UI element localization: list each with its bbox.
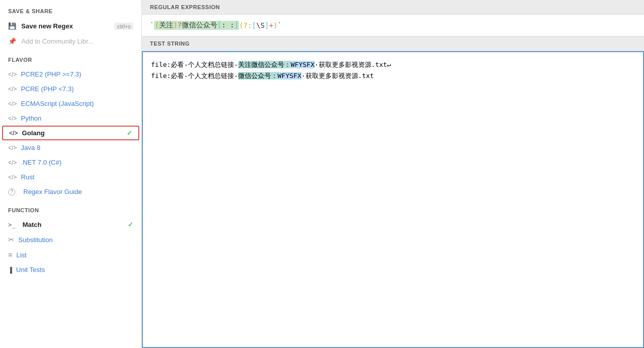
regex-colon-space: : :	[221, 21, 234, 29]
save-shortcut: ctrl+s	[115, 23, 133, 30]
regex-bracket2-close: ]	[265, 21, 269, 29]
match1-group: WFYSFX	[291, 61, 315, 68]
match-label: Match	[22, 221, 42, 228]
code-icon: </>	[8, 144, 17, 151]
sidebar: SAVE & SHARE 💾 Save new Regex ctrl+s 📌 A…	[0, 0, 142, 348]
regex-open-paren: (	[155, 21, 159, 29]
list-icon: ≡	[8, 251, 12, 259]
sidebar-item-golang[interactable]: </> Golang ✓	[2, 126, 139, 140]
save-icon: 💾	[8, 22, 16, 30]
save-new-regex-button[interactable]: 💾 Save new Regex ctrl+s	[0, 18, 141, 34]
regex-noncap-open: (?:	[239, 21, 252, 29]
regex-bracket-close: ]	[234, 21, 238, 29]
match2-full: 微信公众号：WFYSFX	[238, 72, 301, 80]
sidebar-item-substitution[interactable]: ✂ Substitution	[0, 232, 141, 247]
regex-plus: +	[269, 21, 273, 29]
sidebar-item-guide[interactable]: ? Regex Flavor Guide	[0, 184, 141, 199]
sidebar-item-list[interactable]: ≡ List	[0, 247, 141, 262]
sidebar-item-rust[interactable]: </> Rust	[0, 170, 141, 184]
substitution-icon: ✂	[8, 236, 14, 244]
regex-highlighted-part: (关注)?微信公众号[: :]	[154, 21, 239, 30]
golang-label: Golang	[22, 129, 45, 137]
main-content: REGULAR EXPRESSION ` (关注)?微信公众号[: :] (?:…	[142, 0, 644, 348]
regex-expression-box[interactable]: ` (关注)?微信公众号[: :] (?:[\S]+) `	[142, 15, 644, 36]
test-line-2: file:必看-个人文档总链接-微信公众号：WFYSFX·获取更多影视资源.tx…	[151, 70, 635, 82]
test-line-1: file:必看-个人文档总链接-关注微信公众号：WFYSFX·获取更多影视资源.…	[151, 59, 635, 70]
code-icon: </>	[8, 86, 17, 93]
regex-bracket-open: [	[217, 21, 221, 29]
sidebar-item-java8[interactable]: </> Java 8	[0, 140, 141, 155]
add-community-label: Add to Community Libr...	[21, 37, 93, 45]
sidebar-item-match[interactable]: >_ Match ✓	[0, 217, 141, 232]
regex-guanzhu: 关注	[159, 21, 173, 29]
test-string-section-header: TEST STRING	[142, 36, 644, 51]
dotnet-label: .NET 7.0 (C#)	[21, 159, 61, 166]
rust-label: Rust	[21, 173, 34, 181]
regex-backslash-s: \S	[256, 21, 265, 29]
sidebar-item-dotnet[interactable]: </> .NET 7.0 (C#)	[0, 155, 141, 170]
community-icon: 📌	[8, 37, 16, 45]
substitution-label: Substitution	[18, 236, 53, 244]
match-icon: >_	[8, 221, 15, 228]
save-new-regex-label: Save new Regex	[21, 22, 73, 30]
guide-label: Regex Flavor Guide	[23, 188, 82, 196]
sidebar-item-unittests[interactable]: ▐ Unit Tests	[0, 262, 141, 277]
code-icon: </>	[8, 115, 17, 122]
test-string-editor[interactable]: file:必看-个人文档总链接-关注微信公众号：WFYSFX·获取更多影视资源.…	[142, 51, 644, 348]
regex-qmark: ?	[177, 21, 181, 29]
code-icon: </>	[8, 100, 17, 107]
regex-backtick-close: `	[278, 21, 282, 29]
code-icon: </>	[8, 71, 17, 78]
list-label: List	[16, 251, 26, 259]
code-icon: </>	[9, 130, 18, 137]
regex-noncap-close: )	[273, 21, 277, 29]
code-icon: </>	[8, 159, 17, 166]
match1-full: 关注微信公众号：WFYSFX	[238, 61, 315, 68]
match2-group: WFYSFX	[278, 72, 301, 80]
sidebar-item-pcre[interactable]: </> PCRE (PHP <7.3)	[0, 82, 141, 96]
save-share-section-title: SAVE & SHARE	[0, 0, 141, 18]
regex-backtick-open: `	[150, 21, 154, 29]
sidebar-item-ecma[interactable]: </> ECMAScript (JavaScript)	[0, 96, 141, 111]
ecma-label: ECMAScript (JavaScript)	[21, 100, 94, 107]
function-section-title: FUNCTION	[0, 199, 141, 217]
pcre2-label: PCRE2 (PHP >=7.3)	[21, 70, 81, 78]
unittests-label: Unit Tests	[16, 266, 45, 274]
regex-weixin: 微信公众号	[182, 21, 217, 29]
sidebar-item-pcre2[interactable]: </> PCRE2 (PHP >=7.3)	[0, 67, 141, 82]
golang-check-icon: ✓	[127, 129, 132, 137]
unittest-icon: ▐	[8, 267, 12, 273]
code-icon: </>	[8, 174, 17, 181]
regex-section-header: REGULAR EXPRESSION	[142, 0, 644, 15]
guide-icon: ?	[8, 188, 15, 196]
match-check-icon: ✓	[128, 221, 133, 228]
pcre-label: PCRE (PHP <7.3)	[21, 85, 73, 93]
sidebar-item-python[interactable]: </> Python	[0, 111, 141, 126]
java8-label: Java 8	[21, 144, 40, 151]
add-community-button[interactable]: 📌 Add to Community Libr...	[0, 34, 141, 49]
flavor-section-title: FLAVOR	[0, 49, 141, 67]
regex-bracket2-open: [	[252, 21, 256, 29]
python-label: Python	[21, 114, 41, 122]
